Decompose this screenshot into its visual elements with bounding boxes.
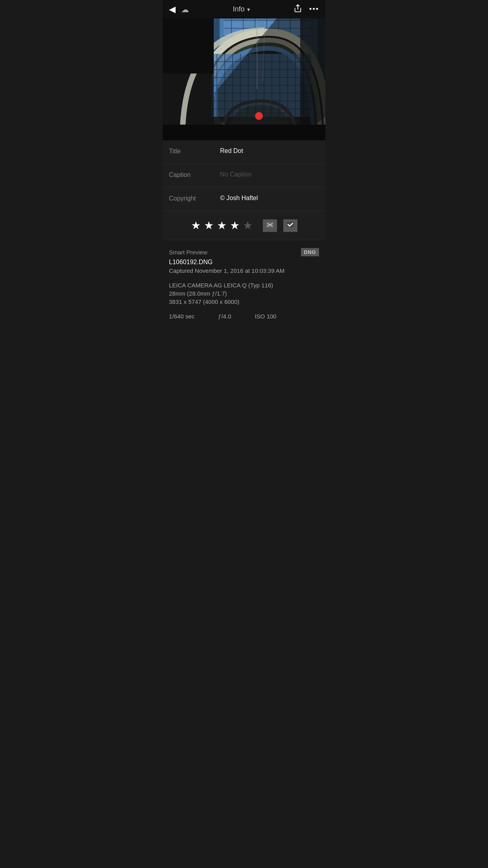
shutter-speed: 1/640 sec (169, 313, 194, 320)
info-panel: Title Red Dot Caption No Caption Copyrig… (163, 140, 325, 240)
photo-container (163, 18, 325, 140)
title-label: Title (169, 147, 220, 155)
reject-flag-button[interactable] (263, 219, 277, 232)
svg-point-57 (255, 112, 263, 120)
accept-flag-button[interactable] (283, 219, 297, 232)
svg-rect-56 (163, 125, 325, 140)
star-2[interactable]: ★ (204, 219, 214, 232)
copyright-label: Copyright (169, 195, 220, 202)
caption-row: Caption No Caption (163, 164, 325, 188)
svg-rect-60 (163, 18, 214, 74)
dng-badge: DNG (301, 248, 319, 256)
svg-rect-55 (300, 18, 325, 140)
caption-label: Caption (169, 171, 220, 178)
focal-length: 28mm (28.0mm ƒ/1.7) (169, 290, 319, 297)
smart-preview-label: Smart Preview (169, 249, 207, 256)
cloud-icon: ☁ (181, 5, 189, 14)
iso: ISO 100 (255, 313, 276, 320)
image-dimensions: 3831 x 5747 (4000 x 6000) (169, 298, 319, 305)
title-value: Red Dot (220, 147, 319, 154)
nav-bar: ◀ ☁ Info ▾ ••• (163, 0, 325, 18)
back-button[interactable]: ◀ (169, 5, 176, 14)
filename: L1060192.DNG (169, 259, 319, 266)
star-5[interactable]: ★ (243, 219, 253, 232)
nav-right: ••• (294, 4, 319, 15)
nav-left: ◀ ☁ (169, 5, 189, 14)
share-button[interactable] (294, 4, 302, 15)
capture-date: Captured November 1, 2016 at 10:03:39 AM (169, 267, 319, 274)
star-1[interactable]: ★ (191, 219, 201, 232)
nav-center-title[interactable]: Info ▾ (233, 5, 250, 13)
chevron-down-icon: ▾ (247, 6, 250, 13)
info-title: Info (233, 5, 245, 13)
star-4[interactable]: ★ (230, 219, 240, 232)
metadata-section: Smart Preview DNG L1060192.DNG Captured … (163, 240, 325, 327)
camera-model: LEICA CAMERA AG LEICA Q (Typ 116) (169, 282, 319, 289)
caption-value[interactable]: No Caption (220, 171, 319, 178)
copyright-value: © Josh Haftel (220, 195, 319, 202)
meta-header: Smart Preview DNG (169, 248, 319, 256)
aperture: ƒ/4.0 (218, 313, 231, 320)
photo-image (163, 18, 325, 140)
star-3[interactable]: ★ (217, 219, 227, 232)
more-options-button[interactable]: ••• (309, 5, 319, 13)
copyright-row: Copyright © Josh Haftel (163, 188, 325, 211)
rating-section: ★ ★ ★ ★ ★ (163, 211, 325, 240)
title-row: Title Red Dot (163, 140, 325, 164)
exposure-row: 1/640 sec ƒ/4.0 ISO 100 (169, 313, 319, 320)
